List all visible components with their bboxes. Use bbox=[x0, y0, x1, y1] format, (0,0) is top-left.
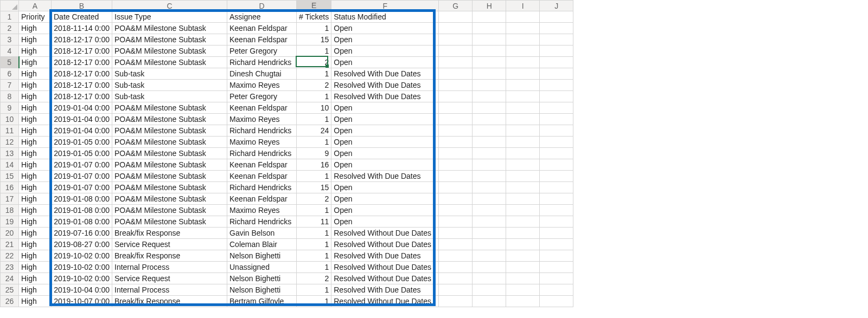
cell-A6[interactable]: High bbox=[19, 68, 52, 80]
cell-F16[interactable]: Open bbox=[331, 182, 439, 193]
cell-B8[interactable]: 2018-12-17 0:00 bbox=[52, 91, 112, 102]
cell-A23[interactable]: High bbox=[19, 262, 52, 273]
cell-B7[interactable]: 2018-12-17 0:00 bbox=[52, 80, 112, 91]
cell-A10[interactable]: High bbox=[19, 114, 52, 125]
cell-E8[interactable]: 1 bbox=[297, 91, 331, 102]
cell-E15[interactable]: 1 bbox=[297, 171, 331, 182]
cell-C13[interactable]: POA&M Milestone Subtask bbox=[112, 148, 227, 159]
cell-E23[interactable]: 1 bbox=[297, 262, 331, 273]
cell-F1[interactable]: Status Modified bbox=[331, 11, 439, 23]
cell-E13[interactable]: 9 bbox=[297, 148, 331, 159]
cell-F8[interactable]: Resolved With Due Dates bbox=[331, 91, 439, 102]
cell-I20[interactable] bbox=[506, 228, 540, 239]
row-header-17[interactable]: 17 bbox=[1, 193, 19, 205]
cell-C9[interactable]: POA&M Milestone Subtask bbox=[112, 102, 227, 114]
cell-I10[interactable] bbox=[506, 114, 540, 125]
cell-D23[interactable]: Unassigned bbox=[227, 262, 297, 273]
row-header-22[interactable]: 22 bbox=[1, 250, 19, 262]
cell-J17[interactable] bbox=[540, 193, 573, 205]
cell-H13[interactable] bbox=[473, 148, 506, 159]
cell-G2[interactable] bbox=[439, 23, 473, 34]
cell-A4[interactable]: High bbox=[19, 46, 52, 57]
cell-I4[interactable] bbox=[506, 46, 540, 57]
cell-A1[interactable]: Priority bbox=[19, 11, 52, 23]
cell-G12[interactable] bbox=[439, 137, 473, 148]
cell-C4[interactable]: POA&M Milestone Subtask bbox=[112, 46, 227, 57]
cell-E14[interactable]: 16 bbox=[297, 159, 331, 171]
cell-B12[interactable]: 2019-01-05 0:00 bbox=[52, 137, 112, 148]
cell-G6[interactable] bbox=[439, 68, 473, 80]
cell-H14[interactable] bbox=[473, 159, 506, 171]
cell-B6[interactable]: 2018-12-17 0:00 bbox=[52, 68, 112, 80]
cell-A22[interactable]: High bbox=[19, 250, 52, 262]
cell-D19[interactable]: Richard Hendricks bbox=[227, 216, 297, 228]
cell-A15[interactable]: High bbox=[19, 171, 52, 182]
row-header-11[interactable]: 11 bbox=[1, 125, 19, 137]
cell-J3[interactable] bbox=[540, 34, 573, 46]
row-header-1[interactable]: 1 bbox=[1, 11, 19, 23]
row-header-18[interactable]: 18 bbox=[1, 205, 19, 216]
cell-H3[interactable] bbox=[473, 34, 506, 46]
cell-F3[interactable]: Open bbox=[331, 34, 439, 46]
cell-C7[interactable]: Sub-task bbox=[112, 80, 227, 91]
cell-H15[interactable] bbox=[473, 171, 506, 182]
row-header-12[interactable]: 12 bbox=[1, 137, 19, 148]
cell-G13[interactable] bbox=[439, 148, 473, 159]
cell-E9[interactable]: 10 bbox=[297, 102, 331, 114]
cell-H5[interactable] bbox=[473, 57, 506, 68]
column-header-D[interactable]: D bbox=[227, 1, 297, 11]
cell-C24[interactable]: Service Request bbox=[112, 273, 227, 284]
cell-C26[interactable]: Break/fix Response bbox=[112, 296, 227, 307]
cell-E16[interactable]: 15 bbox=[297, 182, 331, 193]
row-header-20[interactable]: 20 bbox=[1, 228, 19, 239]
cell-J1[interactable] bbox=[540, 11, 573, 23]
cell-G18[interactable] bbox=[439, 205, 473, 216]
cell-J11[interactable] bbox=[540, 125, 573, 137]
column-header-C[interactable]: C bbox=[112, 1, 227, 11]
row-header-24[interactable]: 24 bbox=[1, 273, 19, 284]
cell-B23[interactable]: 2019-10-02 0:00 bbox=[52, 262, 112, 273]
cell-F7[interactable]: Resolved With Due Dates bbox=[331, 80, 439, 91]
cell-J22[interactable] bbox=[540, 250, 573, 262]
cell-A16[interactable]: High bbox=[19, 182, 52, 193]
cell-J24[interactable] bbox=[540, 273, 573, 284]
cell-C17[interactable]: POA&M Milestone Subtask bbox=[112, 193, 227, 205]
cell-G14[interactable] bbox=[439, 159, 473, 171]
cell-G22[interactable] bbox=[439, 250, 473, 262]
cell-C20[interactable]: Break/fix Response bbox=[112, 228, 227, 239]
cell-F22[interactable]: Resolved With Due Dates bbox=[331, 250, 439, 262]
cell-H11[interactable] bbox=[473, 125, 506, 137]
cell-I21[interactable] bbox=[506, 239, 540, 250]
cell-A18[interactable]: High bbox=[19, 205, 52, 216]
cell-D5[interactable]: Richard Hendricks bbox=[227, 57, 297, 68]
cell-C10[interactable]: POA&M Milestone Subtask bbox=[112, 114, 227, 125]
cell-C5[interactable]: POA&M Milestone Subtask bbox=[112, 57, 227, 68]
cell-H12[interactable] bbox=[473, 137, 506, 148]
row-header-2[interactable]: 2 bbox=[1, 23, 19, 34]
cell-H20[interactable] bbox=[473, 228, 506, 239]
cell-A20[interactable]: High bbox=[19, 228, 52, 239]
row-header-23[interactable]: 23 bbox=[1, 262, 19, 273]
cell-I24[interactable] bbox=[506, 273, 540, 284]
cell-I19[interactable] bbox=[506, 216, 540, 228]
cell-E1[interactable]: # Tickets bbox=[297, 11, 331, 23]
cell-A21[interactable]: High bbox=[19, 239, 52, 250]
cell-G21[interactable] bbox=[439, 239, 473, 250]
cell-D20[interactable]: Gavin Belson bbox=[227, 228, 297, 239]
cell-A14[interactable]: High bbox=[19, 159, 52, 171]
cell-J16[interactable] bbox=[540, 182, 573, 193]
cell-A8[interactable]: High bbox=[19, 91, 52, 102]
cell-F20[interactable]: Resolved Without Due Dates bbox=[331, 228, 439, 239]
cell-E26[interactable]: 1 bbox=[297, 296, 331, 307]
cell-G26[interactable] bbox=[439, 296, 473, 307]
cell-G24[interactable] bbox=[439, 273, 473, 284]
cell-I13[interactable] bbox=[506, 148, 540, 159]
cell-E21[interactable]: 1 bbox=[297, 239, 331, 250]
cell-A13[interactable]: High bbox=[19, 148, 52, 159]
cell-I23[interactable] bbox=[506, 262, 540, 273]
cell-A7[interactable]: High bbox=[19, 80, 52, 91]
cell-G17[interactable] bbox=[439, 193, 473, 205]
cell-B5[interactable]: 2018-12-17 0:00 bbox=[52, 57, 112, 68]
cell-H18[interactable] bbox=[473, 205, 506, 216]
cell-B3[interactable]: 2018-12-17 0:00 bbox=[52, 34, 112, 46]
